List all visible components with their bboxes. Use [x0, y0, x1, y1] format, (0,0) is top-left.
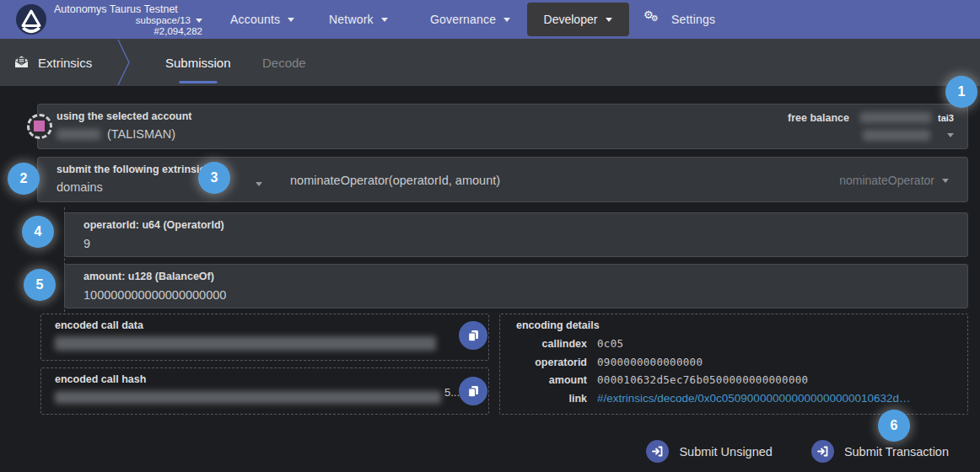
gear-icon: ⚙⚙: [643, 11, 664, 28]
sign-in-icon: [646, 440, 669, 463]
call-signature: nominateOperator(operatorId, amount): [290, 158, 500, 203]
chevron-down-icon: [381, 18, 388, 22]
best-block-number: #2,094,282: [54, 26, 202, 37]
account-source: (TALISMAN): [107, 126, 175, 142]
param-label: operatorId: u64 (OperatorId): [83, 219, 954, 232]
copy-call-data-button[interactable]: [459, 321, 487, 350]
operatorid-label: operatorid: [516, 357, 587, 368]
top-navbar: Autonomys Taurus Testnet subspace/13 #2,…: [0, 0, 980, 40]
param-value[interactable]: 100000000000000000000: [83, 287, 954, 303]
nav-settings[interactable]: ⚙⚙ Settings: [643, 0, 715, 39]
hash-visible-tail: 5...: [444, 386, 460, 399]
param-value[interactable]: 9: [83, 236, 954, 251]
copy-call-hash-button[interactable]: [459, 377, 487, 405]
nav-network[interactable]: Network: [329, 0, 388, 39]
extrinsic-select-row: submit the following extrinsic domains n…: [37, 157, 968, 202]
step-annotation-1: 1: [945, 76, 977, 108]
section-title: Extrinsics: [38, 39, 92, 86]
encoding-details-title: encoding details: [516, 319, 967, 332]
copy-icon: [466, 329, 480, 342]
chevron-down-icon: [606, 18, 612, 22]
encoding-details-box: encoding details callindex 0c05 operator…: [499, 314, 968, 415]
call-select[interactable]: nominateOperator: [839, 158, 949, 203]
param-amount-field[interactable]: amount: u128 (BalanceOf) 100000000000000…: [64, 264, 968, 308]
tab-decode[interactable]: Decode: [262, 39, 306, 86]
decode-link[interactable]: #/extrinsics/decode/0x0c0509000000000000…: [597, 392, 911, 405]
encoded-call-hash-box: encoded call hash 5...: [40, 367, 489, 415]
selected-account-row[interactable]: using the selected account (TALISMAN) fr…: [37, 104, 968, 149]
extrinsics-icon: [14, 56, 29, 68]
param-operatorid-field[interactable]: operatorId: u64 (OperatorId) 9: [64, 212, 968, 257]
sign-in-icon: [811, 440, 834, 463]
section-tabbar: Extrinsics Submission Decode: [0, 39, 980, 86]
param-label: amount: u128 (BalanceOf): [83, 271, 954, 283]
callindex-label: callindex: [516, 338, 587, 350]
step-annotation-3: 3: [198, 162, 230, 194]
nav-governance[interactable]: Governance: [430, 0, 510, 39]
secondary-balance-redacted: [863, 130, 930, 141]
account-select-caret-icon[interactable]: [947, 133, 954, 137]
tab-submission[interactable]: Submission: [165, 39, 231, 86]
tab-divider: [116, 39, 132, 89]
call-select-caret-icon: [942, 179, 949, 183]
encoded-call-data-label: encoded call data: [55, 319, 488, 332]
account-name-redacted: [57, 129, 100, 140]
copy-icon: [466, 384, 480, 398]
encoded-call-hash-redacted: [55, 391, 441, 404]
amount-value: 000010632d5ec76b0500000000000000: [597, 373, 808, 386]
token-unit: tai3: [938, 113, 954, 123]
encoded-call-hash-label: encoded call hash: [55, 373, 488, 386]
chevron-down-icon: [503, 18, 510, 22]
operatorid-value: 0900000000000000: [597, 356, 703, 368]
free-balance-label: free balance: [788, 112, 849, 124]
submit-unsigned-button[interactable]: Submit Unsigned: [646, 440, 772, 463]
callindex-value: 0c05: [597, 337, 623, 350]
chain-selector[interactable]: subspace/13: [54, 15, 202, 26]
nav-developer[interactable]: Developer: [527, 3, 629, 36]
extrinsic-row-label: submit the following extrinsic: [57, 164, 954, 176]
chevron-down-icon: [196, 19, 202, 23]
encoded-call-data-box: encoded call data: [40, 314, 489, 361]
account-identicon: [27, 114, 52, 139]
chain-name: subspace/13: [136, 15, 191, 26]
link-label: link: [516, 393, 587, 405]
encoded-call-data-redacted: [55, 336, 436, 351]
pallet-select-caret-icon[interactable]: [256, 182, 262, 186]
active-tab-underline: [179, 81, 217, 83]
nav-accounts[interactable]: Accounts: [230, 0, 294, 39]
network-title: Autonomys Taurus Testnet: [54, 3, 202, 15]
step-annotation-4: 4: [22, 216, 54, 248]
autonomys-logo-icon[interactable]: [15, 3, 47, 35]
extrinsics-page: Autonomys Taurus Testnet subspace/13 #2,…: [0, 0, 980, 472]
free-balance-value-redacted: [860, 112, 931, 123]
step-annotation-5: 5: [24, 269, 56, 301]
step-annotation-2: 2: [8, 163, 40, 195]
step-annotation-6: 6: [878, 410, 910, 442]
footer-actions: Submit Unsigned Submit Transaction: [646, 440, 949, 463]
pallet-select[interactable]: domains: [57, 180, 954, 195]
chevron-down-icon: [288, 18, 294, 22]
account-balances: free balance tai3: [788, 110, 954, 142]
submit-transaction-button[interactable]: Submit Transaction: [811, 440, 949, 463]
brand-block: Autonomys Taurus Testnet subspace/13 #2,…: [54, 3, 202, 37]
amount-label: amount: [516, 374, 587, 386]
